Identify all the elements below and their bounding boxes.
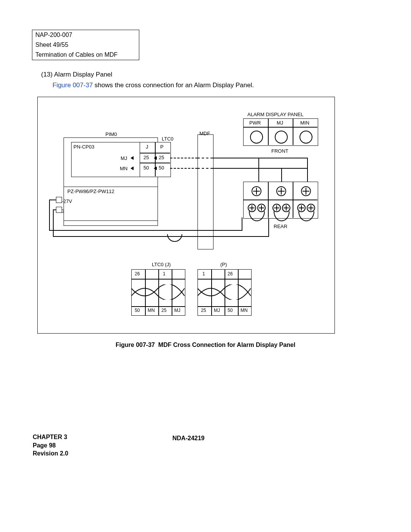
body-text: Figure 007-37 shows the cross connection… <box>53 81 254 89</box>
wire-dashed <box>170 168 198 169</box>
grid-cell: MJ <box>174 308 180 313</box>
screw-terminal-icon <box>307 204 315 212</box>
figure-title: MDF Cross Connection for Alarm Display P… <box>158 342 295 348</box>
front-label: FRONT <box>271 148 288 154</box>
wire <box>49 200 56 200</box>
section-number: (13) <box>41 71 53 78</box>
alarm-panel-title: ALARM DISPLAY PANEL <box>247 112 303 117</box>
pz-pw-label: PZ-PW86/PZ-PW112 <box>67 189 115 194</box>
grid-cell: MJ <box>214 308 220 313</box>
grid-cell: 25 <box>161 308 166 313</box>
wire-dashed <box>198 168 213 169</box>
wire <box>53 209 54 237</box>
header-line-2: Sheet 49/55 <box>32 40 139 50</box>
screw-terminal-icon <box>301 186 311 196</box>
p-paren-label: (P) <box>220 262 227 267</box>
grid-cell: 26 <box>135 271 140 276</box>
wire <box>242 217 242 231</box>
ltc0-label: LTC0 <box>162 136 174 142</box>
wire <box>268 217 269 237</box>
grid-cell: 25 <box>201 308 206 313</box>
wire-dashed <box>170 158 198 158</box>
arrow-icon <box>154 166 157 170</box>
ltc0-row2 <box>140 163 170 163</box>
diagram-frame: PIM0 PN-CP03 MJ MN LTC0 J P 25 25 50 50 … <box>37 97 335 334</box>
j-label: J <box>146 144 148 150</box>
figure-caption: Figure 007-37 MDF Cross Connection for A… <box>0 342 411 348</box>
footer-page: Page 98 <box>33 441 68 450</box>
screw-terminal-icon <box>272 204 281 212</box>
jumper-icon <box>298 211 314 221</box>
figure-number: Figure 007-37 <box>116 342 155 348</box>
wire <box>49 200 50 231</box>
mdf-box <box>198 134 213 249</box>
mj2-label: MJ <box>277 120 283 126</box>
crossover-icon <box>198 284 251 300</box>
min-label: MIN <box>300 120 309 126</box>
cell-25b: 25 <box>159 155 164 160</box>
arrow-icon <box>131 156 134 160</box>
arrow-icon <box>131 166 134 170</box>
divider <box>293 118 293 145</box>
wire <box>213 168 308 169</box>
jumper-icon <box>274 211 290 221</box>
connector-box <box>56 197 62 203</box>
cell-25a: 25 <box>143 155 149 160</box>
grid-cell: MN <box>148 308 155 313</box>
screw-terminal-icon <box>297 204 306 212</box>
wire <box>53 236 269 237</box>
pn-cp03-label: PN-CP03 <box>73 144 94 150</box>
crossover-icon <box>131 284 185 300</box>
mj-label: MJ <box>121 155 127 161</box>
section-title: Alarm Display Panel <box>54 71 112 78</box>
pwr-label: PWR <box>249 120 261 126</box>
header-line-3: Termination of Cables on MDF <box>32 50 139 60</box>
rear-label: REAR <box>274 224 287 229</box>
screw-terminal-icon <box>282 204 290 212</box>
grid-cell: 50 <box>135 308 140 313</box>
section-heading: (13) Alarm Display Panel <box>41 71 112 78</box>
mn-label: MN <box>120 166 127 171</box>
grid-cell: 1 <box>202 271 205 276</box>
page-footer-left: CHAPTER 3 Page 98 Revision 2.0 <box>33 433 68 458</box>
cell-50b: 50 <box>159 165 164 171</box>
figure-reference-link[interactable]: Figure 007-37 <box>53 81 93 89</box>
screw-terminal-icon <box>276 186 286 196</box>
wire <box>213 158 308 158</box>
cell-50a: 50 <box>143 165 149 171</box>
header-info-box: NAP-200-007 Sheet 49/55 Termination of C… <box>32 30 139 60</box>
grid-cell: 1 <box>163 271 166 276</box>
divider <box>268 118 269 145</box>
arrow-icon <box>154 156 157 160</box>
indicator-icon <box>250 131 263 144</box>
p-label: P <box>160 144 164 150</box>
mdf-label: MDF <box>199 131 210 136</box>
connector-box <box>56 207 62 213</box>
neg27v-label: –27V <box>61 198 72 204</box>
grid-cell: MN <box>241 308 248 313</box>
divider <box>243 127 317 128</box>
wire <box>49 230 242 231</box>
pim0-label: PIM0 <box>105 131 117 137</box>
footer-chapter: CHAPTER 3 <box>33 433 68 441</box>
grid-cell: 50 <box>228 308 233 313</box>
loop-icon <box>167 227 182 242</box>
indicator-icon <box>299 131 312 144</box>
divider <box>243 200 317 200</box>
screw-terminal-icon <box>248 204 256 212</box>
indicator-icon <box>275 131 288 144</box>
grid-cell: 26 <box>228 271 233 276</box>
screw-terminal-icon <box>252 186 261 196</box>
header-line-1: NAP-200-007 <box>32 30 139 40</box>
screw-terminal-icon <box>257 204 266 212</box>
jumper-icon <box>249 211 265 221</box>
ltc0-row1 <box>140 153 170 153</box>
body-rest: shows the cross connection for an Alarm … <box>93 81 254 89</box>
ltc0j-label: LTC0 (J) <box>152 262 171 267</box>
wire-dashed <box>198 158 213 158</box>
footer-revision: Revision 2.0 <box>33 449 68 458</box>
footer-docno: NDA-24219 <box>172 435 204 442</box>
